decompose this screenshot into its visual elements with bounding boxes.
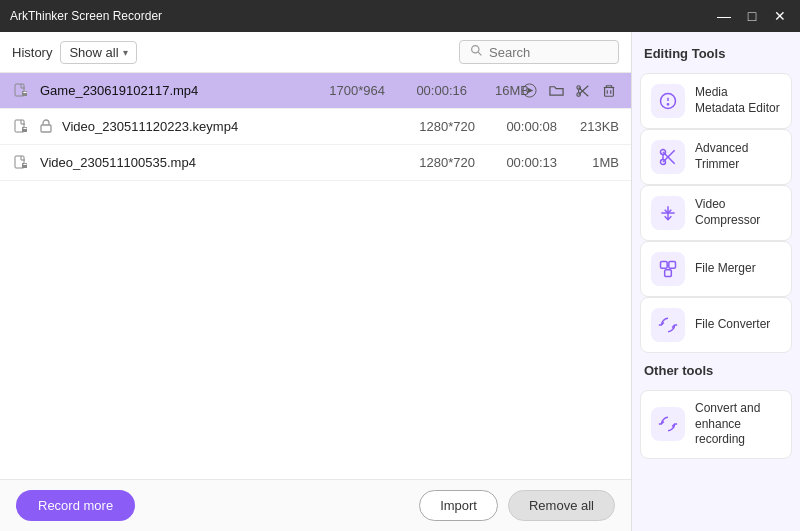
window-controls: — □ ✕ [714,6,790,26]
search-icon [470,44,483,60]
tool-card-video-compressor[interactable]: Video Compressor [640,185,792,241]
file-name: Video_230511120223.keymp4 [62,119,385,134]
file-row[interactable]: Video_230511120223.keymp41280*72000:00:0… [0,109,631,145]
file-type-icon [12,118,30,136]
search-box [459,40,619,64]
svg-marker-6 [528,88,534,94]
import-button[interactable]: Import [419,490,498,521]
file-duration: 00:00:16 [395,83,467,98]
svg-rect-3 [22,91,27,96]
bottom-bar: Record more Import Remove all [0,479,631,531]
svg-rect-12 [605,87,614,96]
tool-card-convert-enhance[interactable]: Convert and enhance recording [640,390,792,459]
folder-button[interactable] [546,81,567,100]
delete-button[interactable] [599,81,619,100]
file-type-icon [12,154,30,172]
editing-tools-title: Editing Tools [640,42,792,67]
convert-enhance-icon [651,407,685,441]
tool-label: Video Compressor [695,197,781,228]
file-resolution: 1280*720 [395,119,475,134]
right-panel: Editing Tools Media Metadata Editor Adva… [632,32,800,531]
toolbar: History Show all ▾ [0,32,631,73]
maximize-button[interactable]: □ [742,6,762,26]
svg-rect-32 [669,262,676,269]
svg-point-0 [472,46,479,53]
advanced-trimmer-icon [651,140,685,174]
file-name: Video_230511100535.mp4 [40,155,385,170]
svg-rect-16 [22,127,27,132]
record-more-button[interactable]: Record more [16,490,135,521]
show-all-label: Show all [69,45,118,60]
tool-label: Advanced Trimmer [695,141,781,172]
tool-label: Media Metadata Editor [695,85,781,116]
tool-card-file-merger[interactable]: File Merger [640,241,792,297]
tool-label: File Merger [695,261,756,277]
trim-button[interactable] [573,81,593,100]
left-panel: History Show all ▾ Game_230619102117.m [0,32,632,531]
file-row[interactable]: Video_230511100535.mp41280*72000:00:131M… [0,145,631,181]
tool-card-media-metadata[interactable]: Media Metadata Editor [640,73,792,129]
file-merger-icon [651,252,685,286]
svg-rect-31 [661,262,668,269]
tool-card-file-converter[interactable]: File Converter [640,297,792,353]
tool-label: File Converter [695,317,770,333]
file-converter-icon [651,308,685,342]
svg-rect-33 [665,270,672,277]
file-size: 1MB [567,155,619,170]
svg-point-24 [667,104,668,105]
lock-icon [40,119,52,135]
file-list: Game_230619102117.mp41700*96400:00:1616M… [0,73,631,479]
file-actions [539,81,619,100]
file-duration: 00:00:13 [485,155,557,170]
file-size: 213KB [567,119,619,134]
show-all-dropdown[interactable]: Show all ▾ [60,41,136,64]
svg-line-1 [478,52,481,55]
play-button[interactable] [519,81,540,100]
titlebar: ArkThinker Screen Recorder — □ ✕ [0,0,800,32]
file-type-icon [12,82,30,100]
video-compressor-icon [651,196,685,230]
app-title: ArkThinker Screen Recorder [10,9,162,23]
close-button[interactable]: ✕ [770,6,790,26]
main-area: History Show all ▾ Game_230619102117.m [0,32,800,531]
file-name: Game_230619102117.mp4 [40,83,295,98]
file-duration: 00:00:08 [485,119,557,134]
chevron-down-icon: ▾ [123,47,128,58]
file-resolution: 1280*720 [395,155,475,170]
search-input[interactable] [489,45,609,60]
minimize-button[interactable]: — [714,6,734,26]
right-buttons: Import Remove all [419,490,615,521]
tool-card-advanced-trimmer[interactable]: Advanced Trimmer [640,129,792,185]
svg-rect-18 [41,125,51,132]
tool-label: Convert and enhance recording [695,401,781,448]
file-resolution: 1700*964 [305,83,385,98]
media-metadata-icon [651,84,685,118]
file-row[interactable]: Game_230619102117.mp41700*96400:00:1616M… [0,73,631,109]
other-tools-title: Other tools [640,359,792,384]
svg-rect-20 [22,163,27,168]
remove-all-button[interactable]: Remove all [508,490,615,521]
history-label: History [12,45,52,60]
